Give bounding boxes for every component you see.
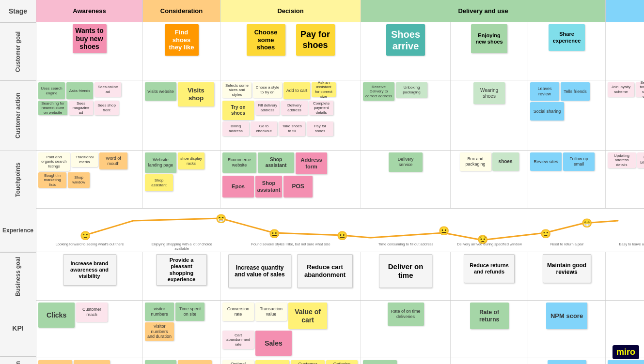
note-shop-assistant-tp: Shop assistant — [145, 174, 173, 191]
note-sees-shop-front: Sees shop front — [94, 101, 119, 115]
note-pleasant-shopping: Provide a pleasant shopping experience — [156, 254, 207, 286]
note-reduce-cart: Reduce cart abandonment — [297, 254, 353, 288]
note-word-of-mouth: Word of mouth — [99, 152, 127, 169]
exp-cap-loyalty1: Easy to leave a review — [606, 242, 644, 251]
note-uses-search: Uses search engine — [38, 82, 65, 99]
note-visits-shop: Visits shop — [178, 82, 214, 106]
note-pay-for-shoes2: Pay for shoes — [307, 121, 333, 136]
note-selects-sizes: Selects some sizes and styles — [222, 82, 251, 98]
note-billing-address: Billing address — [222, 121, 249, 136]
bg-awareness: Increase brand awareness and visibility — [36, 252, 143, 300]
kpi-label: KPI — [0, 301, 36, 356]
emoji-neutral4: 😐 — [439, 226, 450, 236]
experience-label: Experience — [0, 209, 36, 252]
customer-goal-row: Wants to buy new shoes Find shoes they l… — [36, 22, 644, 80]
ba-delivery2 — [451, 358, 528, 364]
bg-decision: Increase quantity and value of sales Red… — [220, 252, 361, 300]
touchpoints-label: Touchpoints — [0, 151, 36, 209]
note-tells-friends: Tells friends — [561, 82, 590, 101]
note-unboxing-packaging: Unboxing packaging — [396, 82, 427, 98]
note-marketing-campaigns: Marketing campaigns — [38, 360, 72, 364]
note-staff-training: Staff training — [255, 360, 289, 364]
note-shop-window: Shop window — [68, 172, 90, 188]
cg-delivery1: Shoes arrive — [361, 22, 451, 80]
note-shoe-display: shoe display racks — [178, 152, 204, 169]
ba-delivery1: Picking packing and deliveries — [361, 358, 451, 364]
note-fill-del: Fill delivery address — [255, 101, 280, 115]
miro-logo: miro — [613, 345, 639, 359]
note-sales: Sales — [255, 331, 292, 356]
cg-delivery2: Enjoying new shoes — [451, 22, 528, 80]
note-take-shoes-to-till: Take shoes to till — [279, 121, 305, 136]
note-chose-style: Chose a style to try on — [253, 82, 282, 98]
cg-consideration: Find shoes they like — [143, 22, 220, 80]
note-choose-some-shoes: Choose some shoes — [247, 24, 285, 56]
cg-loyalty1 — [606, 22, 644, 80]
header-consideration: Consideration — [143, 0, 220, 22]
note-increase-brand: Increase brand awareness and visibility — [63, 254, 116, 286]
business-action-row: Marketing campaigns Promotional marketin… — [36, 358, 644, 364]
tp-awareness: Paid and organic search listings Traditi… — [36, 151, 143, 208]
note-receive-delivery: Receive Delivery to correct address — [363, 82, 394, 101]
exp-cap-awareness: Looking forward to seeing what's out the… — [36, 242, 143, 251]
exp-cap-consideration: Enjoying shopping with a lot of choice a… — [143, 242, 220, 251]
exp-cap-decision: Found several styles I like, but not sur… — [220, 242, 361, 251]
note-updating-address: Updating address details — [608, 152, 636, 168]
note-complete-payment: Complete payment details — [309, 101, 333, 115]
note-social-sharing: Social sharing — [530, 102, 564, 121]
note-shoes-arrive: Shoes arrive — [386, 24, 425, 56]
note-website-landing: Website landing page — [145, 152, 176, 173]
note-deliver-on-time: Deliver on time — [379, 254, 432, 288]
right-content: Awareness Consideration Decision Deliver… — [36, 0, 644, 364]
tp-consideration: Website landing page shoe display racks … — [143, 151, 220, 208]
canvas: Stage Customer goal Customer action Touc… — [0, 0, 644, 364]
experience-row: 🙂 😁 😐 😐 😐 😟 🙂 😁 Looking forward to seein… — [36, 209, 644, 252]
tp-delivery3: Review sites Follow up email — [528, 151, 606, 208]
kpi-delivery2: Rate of returns — [451, 301, 528, 358]
note-wants-to-buy: Wants to buy new shoes — [73, 24, 107, 53]
business-goal-row: Increase brand awareness and visibility … — [36, 252, 644, 301]
note-customer-reach: Customer reach — [76, 303, 108, 322]
tp-decision: Ecommerce website Shop assistant Address… — [220, 151, 361, 208]
note-delivery-service: Delivery service — [389, 152, 423, 172]
note-reduce-returns: Reduce returns and refunds — [464, 254, 515, 283]
note-website-content: Website content — [145, 360, 176, 364]
note-transaction-value: Transaction value — [255, 303, 287, 321]
kpi-delivery1: Rate of on time deliveries — [361, 301, 451, 358]
note-delivery-address: Delivery address — [281, 101, 308, 115]
exp-cap-delivery2: Delivery arrived during specified window — [451, 242, 528, 251]
note-go-checkout: Go to checkout — [251, 121, 277, 136]
note-visits-website: Visits website — [145, 82, 176, 101]
note-time-spent: Time spent on site — [175, 303, 204, 321]
note-shop-assistant-tp2: Shop assistant — [258, 152, 294, 173]
ba-decision: Optimal ecommerce UX Staff training Cust… — [220, 358, 361, 364]
note-epos: Epos — [222, 176, 254, 197]
emoji-neutral3: 😐 — [337, 230, 348, 241]
tp-delivery1: Delivery service — [361, 151, 451, 208]
note-updating-billing: Updating billing details — [637, 152, 644, 168]
business-goal-label: Business goal — [0, 252, 36, 301]
cg-decision: Choose some shoes Pay for shoes — [220, 22, 361, 80]
touchpoints-row: Paid and organic search listings Traditi… — [36, 151, 644, 209]
note-share-experience: Share experience — [549, 24, 585, 51]
ca-delivery2: Wearing shoes — [451, 80, 528, 150]
ca-consideration: Visits website Visits shop — [143, 80, 220, 150]
note-shoes-tp: shoes — [492, 152, 519, 171]
note-pos: POS — [283, 176, 313, 197]
exp-cap-delivery3: Need to return a pair — [528, 242, 606, 251]
note-review-sites: Review sites — [530, 152, 562, 171]
note-traditional-media: Traditional media — [71, 152, 98, 167]
note-cart-abandonment: Cart abandonment rate — [222, 331, 254, 349]
ba-awareness: Marketing campaigns Promotional marketin… — [36, 358, 143, 364]
kpi-row: Clicks Customer reach visitor numbers Ti… — [36, 301, 644, 358]
note-optimal-ecommerce: Optimal ecommerce UX — [222, 360, 254, 364]
customer-action-row: Uses search engine Asks friends Sees onl… — [36, 80, 644, 151]
tp-loyalty1: Updating address details Updating billin… — [606, 151, 644, 208]
note-leaves-review: Leaves review — [530, 82, 559, 101]
business-action-label: Business action — [0, 356, 36, 364]
note-rate-of-returns: Rate of returns — [470, 303, 509, 329]
ca-delivery3: Leaves review Tells friends Social shari… — [528, 80, 606, 150]
note-visitor-numbers-duration: Visitor numbers and duration — [145, 322, 174, 341]
note-bought-in-marketing: Bought in marketing lists — [38, 172, 66, 188]
note-optimise-purchase: Optimise purchase funnel — [326, 360, 358, 364]
